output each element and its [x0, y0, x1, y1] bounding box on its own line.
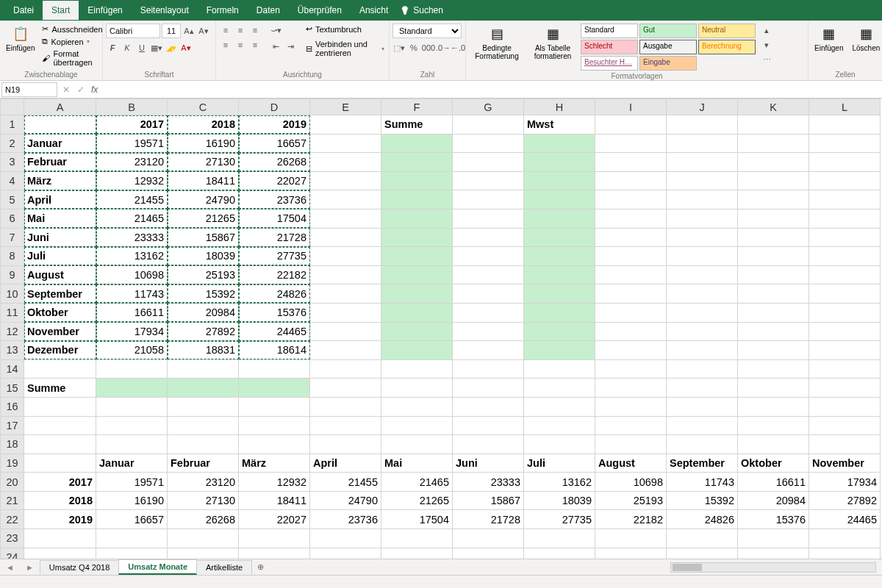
cell-C22[interactable]: 26268 [168, 510, 239, 529]
cell-H16[interactable] [524, 397, 595, 416]
cell-I12[interactable] [595, 322, 667, 341]
col-header-D[interactable]: D [239, 99, 310, 115]
cell-style-besuchter[interactable]: Besuchter H… [581, 56, 638, 71]
cell-G18[interactable] [453, 435, 524, 454]
cell-L7[interactable] [809, 228, 881, 247]
row-header-23[interactable]: 23 [1, 529, 24, 548]
cell-E11[interactable] [310, 303, 381, 322]
row-header-3[interactable]: 3 [1, 153, 24, 172]
cancel-formula-button[interactable]: ✕ [59, 85, 74, 95]
cell-J2[interactable] [667, 134, 738, 153]
cell-H24[interactable] [524, 548, 595, 559]
merge-center-button[interactable]: ⊟Verbinden und zentrieren▾ [304, 39, 386, 58]
cell-D2[interactable]: 16657 [239, 134, 310, 153]
styles-gallery-button[interactable]: ⋯ [760, 53, 773, 66]
cell-G2[interactable] [453, 134, 524, 153]
tell-me-search[interactable]: Suchen [400, 5, 443, 15]
cell-H3[interactable] [524, 153, 595, 172]
cell-F17[interactable] [381, 416, 453, 435]
cell-G14[interactable] [453, 359, 524, 379]
sheet-tab-0[interactable]: Umsatz Q4 2018 [40, 560, 120, 574]
cell-H20[interactable]: 13162 [524, 473, 595, 492]
cell-J9[interactable] [667, 265, 738, 284]
cell-B8[interactable]: 13162 [96, 247, 168, 266]
enter-formula-button[interactable]: ✓ [74, 85, 88, 95]
cell-B14[interactable] [96, 359, 168, 379]
row-header-2[interactable]: 2 [1, 134, 24, 153]
cell-G24[interactable] [453, 548, 524, 559]
cell-D23[interactable] [239, 529, 310, 548]
select-all-corner[interactable] [1, 99, 24, 115]
row-header-6[interactable]: 6 [1, 209, 24, 228]
cell-F15[interactable] [381, 379, 453, 398]
cell-A20[interactable]: 2017 [24, 473, 96, 492]
col-header-B[interactable]: B [96, 99, 168, 115]
cell-A9[interactable]: August [24, 265, 96, 284]
cell-J7[interactable] [667, 228, 738, 247]
cell-D16[interactable] [239, 397, 310, 416]
cell-C1[interactable]: 2018 [168, 115, 239, 135]
cell-H19[interactable]: Juli [524, 453, 595, 473]
row-header-1[interactable]: 1 [1, 115, 24, 135]
cell-B16[interactable] [96, 397, 168, 416]
align-bottom-button[interactable]: ≡ [248, 24, 262, 37]
cell-C3[interactable]: 27130 [168, 153, 239, 172]
cell-style-standard[interactable]: Standard [581, 24, 638, 38]
cell-I17[interactable] [595, 416, 667, 435]
cell-H5[interactable] [524, 190, 595, 209]
cell-L24[interactable] [809, 548, 881, 559]
cell-A24[interactable] [24, 548, 96, 559]
cell-G21[interactable]: 15867 [453, 491, 524, 510]
cell-A5[interactable]: April [24, 190, 96, 209]
cell-J21[interactable]: 15392 [667, 491, 738, 510]
formula-input[interactable] [101, 82, 882, 97]
cell-J20[interactable]: 11743 [667, 473, 738, 492]
cell-K7[interactable] [738, 228, 809, 247]
cell-K11[interactable] [738, 303, 809, 322]
cell-B17[interactable] [96, 416, 168, 435]
cell-J10[interactable] [667, 284, 738, 304]
cell-B15[interactable] [96, 379, 168, 398]
align-right-button[interactable]: ≡ [248, 38, 262, 51]
cell-L12[interactable] [809, 322, 881, 341]
worksheet-grid[interactable]: ABCDEFGHIJKL1201720182019SummeMwst2Janua… [0, 98, 881, 559]
cell-B13[interactable]: 21058 [96, 341, 168, 360]
cell-E8[interactable] [310, 247, 381, 266]
cell-H10[interactable] [524, 284, 595, 304]
cell-K13[interactable] [738, 341, 809, 360]
tab-daten[interactable]: Daten [248, 1, 289, 20]
cell-K19[interactable]: Oktober [738, 453, 809, 473]
cell-L21[interactable]: 27892 [809, 491, 881, 510]
row-header-17[interactable]: 17 [1, 416, 24, 435]
cells-delete-button[interactable]: ▦Löschen [849, 24, 882, 54]
styles-scroll-down[interactable]: ▾ [760, 38, 773, 51]
decrease-decimal-button[interactable]: ←.0 [451, 41, 465, 54]
italic-button[interactable]: K [121, 41, 134, 54]
row-header-11[interactable]: 11 [1, 303, 24, 322]
cell-H9[interactable] [524, 265, 595, 284]
cell-F20[interactable]: 21465 [381, 473, 453, 492]
col-header-K[interactable]: K [738, 99, 809, 115]
cell-C23[interactable] [168, 529, 239, 548]
cell-H11[interactable] [524, 303, 595, 322]
cell-C12[interactable]: 27892 [168, 322, 239, 341]
row-header-4[interactable]: 4 [1, 171, 24, 190]
cell-D24[interactable] [239, 548, 310, 559]
cell-A1[interactable] [24, 115, 96, 135]
cell-J22[interactable]: 24826 [667, 510, 738, 529]
cell-F12[interactable] [381, 322, 453, 341]
cell-F11[interactable] [381, 303, 453, 322]
row-header-13[interactable]: 13 [1, 341, 24, 360]
cell-J14[interactable] [667, 359, 738, 379]
cell-E20[interactable]: 21455 [310, 473, 381, 492]
cell-E2[interactable] [310, 134, 381, 153]
cell-K15[interactable] [738, 379, 809, 398]
cell-J19[interactable]: September [667, 453, 738, 473]
cell-E15[interactable] [310, 379, 381, 398]
cell-H4[interactable] [524, 171, 595, 190]
cell-E13[interactable] [310, 341, 381, 360]
cell-C7[interactable]: 15867 [168, 228, 239, 247]
cell-B6[interactable]: 21465 [96, 209, 168, 228]
cell-B3[interactable]: 23120 [96, 153, 168, 172]
cell-style-schlecht[interactable]: Schlecht [581, 40, 638, 54]
